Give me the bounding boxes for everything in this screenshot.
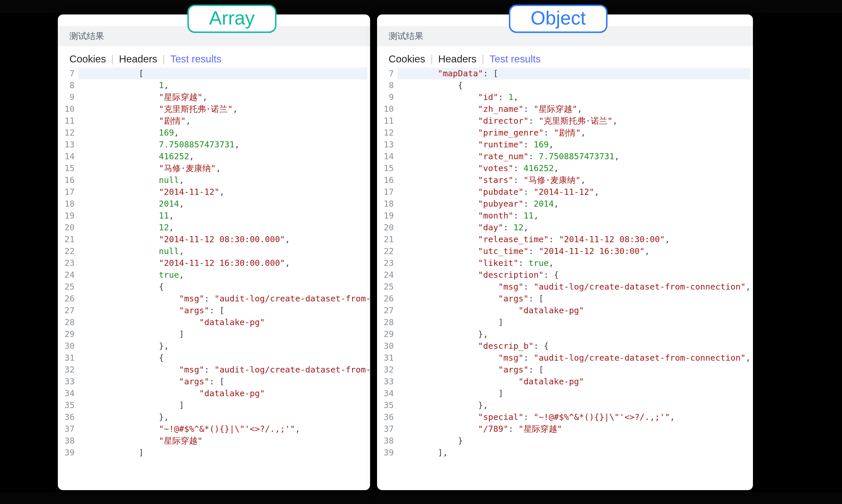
tab-headers[interactable]: Headers (119, 53, 157, 65)
code-viewer-left[interactable]: 7891011121314151617181920212223242526272… (58, 68, 370, 490)
letterbox-top (0, 0, 842, 13)
tab-cookies[interactable]: Cookies (389, 53, 425, 65)
line-gutter: 7891011121314151617181920212223242526272… (58, 68, 78, 490)
tab-headers[interactable]: Headers (438, 53, 476, 65)
panel-array: 测试结果 Cookies | Headers | Test results 78… (58, 15, 370, 490)
code-body[interactable]: [ 1, "星际穿越", "克里斯托弗·诺兰", "剧情", 169, 7.75… (78, 68, 370, 490)
panel-object: 测试结果 Cookies | Headers | Test results 78… (377, 15, 753, 490)
badge-array: Array (187, 5, 277, 33)
tab-divider: | (482, 53, 484, 65)
tab-cookies[interactable]: Cookies (69, 53, 106, 65)
tabs-row-right: Cookies | Headers | Test results (377, 46, 753, 68)
tab-divider: | (162, 53, 165, 65)
tab-divider: | (430, 53, 433, 65)
badge-object: Object (509, 5, 608, 33)
tab-test-results[interactable]: Test results (170, 53, 222, 65)
code-body[interactable]: "mapData": [ { "id": 1, "zh_name": "星际穿越… (397, 68, 753, 490)
line-gutter: 7891011121314151617181920212223242526272… (377, 68, 397, 490)
code-viewer-right[interactable]: 7891011121314151617181920212223242526272… (377, 68, 753, 490)
tab-test-results[interactable]: Test results (490, 53, 541, 65)
tab-divider: | (111, 53, 113, 65)
stage: Array Object 测试结果 Cookies | Headers | Te… (0, 0, 842, 504)
tabs-row-left: Cookies | Headers | Test results (58, 46, 370, 68)
letterbox-bottom (0, 492, 842, 504)
